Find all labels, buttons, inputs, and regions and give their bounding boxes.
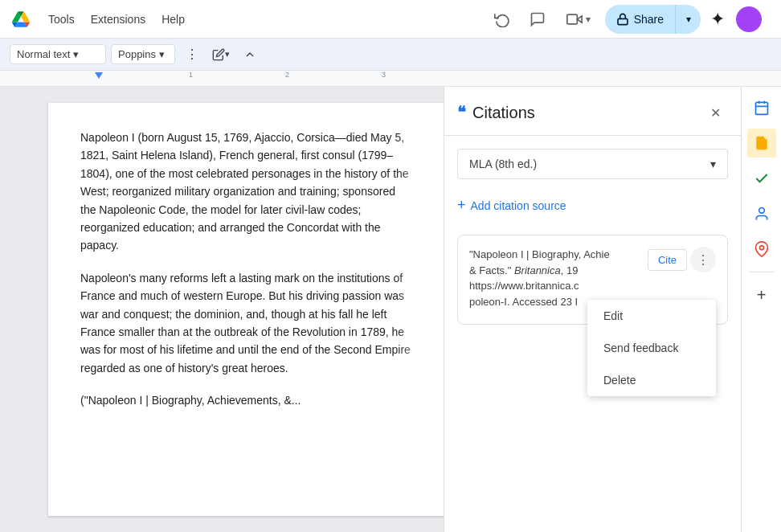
menu-tools[interactable]: Tools (42, 10, 81, 29)
doc-paragraph-2: Napoleon's many reforms left a lasting m… (80, 269, 411, 377)
svg-rect-1 (618, 18, 628, 24)
collapse-button[interactable] (238, 43, 262, 67)
share-button-main[interactable]: Share (605, 6, 675, 32)
right-sidebar: + (741, 87, 781, 532)
ruler: 1 2 3 (0, 71, 781, 87)
dropdown-delete[interactable]: Delete (587, 364, 716, 396)
ruler-mark-3: 3 (382, 71, 386, 79)
mla-style-dropdown[interactable]: MLA (8th ed.) ▾ (457, 149, 728, 179)
dropdown-send-feedback[interactable]: Send feedback (587, 332, 716, 364)
three-dots-icon: ⋮ (697, 252, 709, 268)
citations-close-button[interactable]: ✕ (702, 100, 728, 125)
sidebar-maps-icon[interactable] (747, 235, 776, 264)
citations-title: Citations (472, 104, 535, 122)
top-bar-left: Tools Extensions Help (10, 8, 191, 31)
ruler-mark-2: 2 (285, 71, 289, 79)
menu-help[interactable]: Help (155, 10, 191, 29)
sidebar-divider (750, 272, 774, 272)
history-button[interactable] (488, 5, 517, 34)
sidebar-calendar-icon[interactable] (747, 93, 776, 122)
mla-label: MLA (8th ed.) (469, 158, 537, 170)
style-dropdown-arrow: ▾ (73, 48, 79, 60)
citations-body: MLA (8th ed.) ▾ + Add citation source "N… (444, 136, 741, 532)
doc-paragraph-1: Napoleon I (born August 15, 1769, Ajacci… (80, 129, 411, 255)
svg-point-6 (759, 208, 764, 214)
svg-point-7 (759, 246, 763, 250)
citation-dropdown-menu: Edit Send feedback Delete (587, 300, 716, 396)
font-dropdown-arrow: ▾ (159, 48, 165, 60)
document-area: Napoleon I (born August 15, 1769, Ajacci… (0, 87, 444, 532)
menu-extensions[interactable]: Extensions (84, 10, 152, 29)
citations-title-group: ❝ Citations (457, 103, 535, 122)
top-bar-center: ▾ Share ▾ ✦ (191, 5, 771, 34)
camera-dropdown-icon: ▾ (586, 14, 591, 25)
edit-button[interactable]: ▾ (209, 43, 233, 67)
svg-rect-2 (755, 102, 767, 114)
sidebar-tasks-icon[interactable] (747, 164, 776, 193)
sidebar-note-icon[interactable] (747, 129, 776, 158)
quote-icon: ❝ (457, 103, 466, 122)
main-area: Napoleon I (born August 15, 1769, Ajacci… (0, 87, 781, 532)
doc-fade (395, 103, 444, 516)
svg-rect-0 (566, 14, 577, 24)
comment-button[interactable] (523, 5, 552, 34)
citation-more-button[interactable]: ⋮ (690, 247, 716, 272)
dropdown-edit[interactable]: Edit (587, 300, 716, 332)
citations-panel: ❝ Citations ✕ MLA (8th ed.) ▾ + Add cita… (444, 87, 741, 532)
drive-icon (10, 8, 32, 31)
share-dropdown-arrow[interactable]: ▾ (675, 5, 701, 34)
more-options-button[interactable]: ⋮ (180, 43, 204, 67)
style-dropdown[interactable]: Normal text ▾ (10, 44, 106, 64)
mla-dropdown-arrow: ▾ (710, 158, 716, 170)
cite-button[interactable]: Cite (648, 249, 687, 271)
ruler-indent-marker (95, 72, 103, 79)
top-bar: Tools Extensions Help ▾ (0, 0, 781, 39)
font-label: Poppins (118, 48, 156, 60)
style-label: Normal text (17, 48, 70, 60)
user-avatar[interactable] (736, 6, 762, 32)
sidebar-contacts-icon[interactable] (747, 199, 776, 228)
citation-card-actions: Cite ⋮ (648, 247, 716, 272)
close-icon: ✕ (710, 105, 721, 121)
share-button-group: Share ▾ (605, 5, 701, 34)
font-dropdown[interactable]: Poppins ▾ (111, 44, 175, 64)
add-icon: + (457, 197, 466, 214)
add-citation-button[interactable]: + Add citation source (457, 192, 728, 219)
doc-paragraph-3: ("Napoleon I | Biography, Achievements, … (80, 391, 411, 409)
sidebar-add-button[interactable]: + (747, 280, 776, 309)
document-page[interactable]: Napoleon I (born August 15, 1769, Ajacci… (48, 103, 444, 516)
share-label: Share (634, 13, 664, 26)
camera-button[interactable]: ▾ (558, 6, 599, 32)
magic-icon[interactable]: ✦ (710, 9, 725, 30)
ruler-mark-1: 1 (189, 71, 193, 79)
add-citation-label: Add citation source (471, 199, 566, 212)
toolbar: Normal text ▾ Poppins ▾ ⋮ ▾ (0, 39, 781, 71)
citation-card: "Napoleon I | Biography, Achie & Facts."… (457, 235, 728, 325)
edit-dropdown-arrow: ▾ (225, 49, 230, 59)
citations-header: ❝ Citations ✕ (444, 87, 741, 136)
